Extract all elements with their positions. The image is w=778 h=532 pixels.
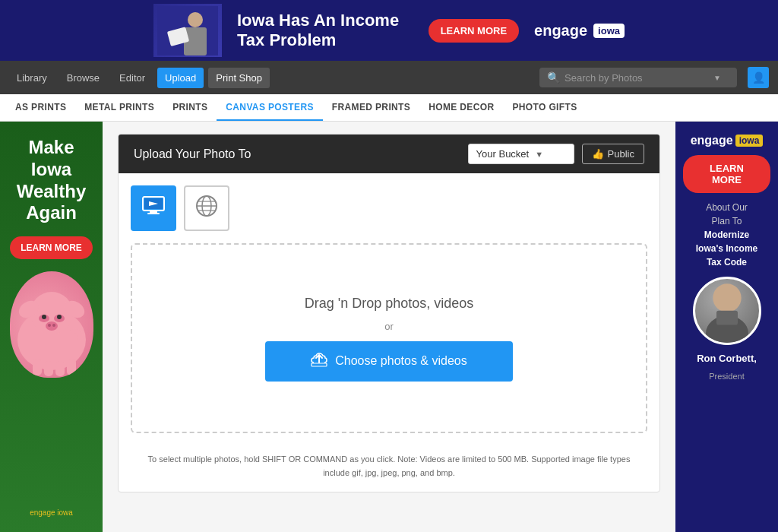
nav-upload[interactable]: Upload xyxy=(157,68,204,88)
left-ad-banner: Make Iowa Wealthy Again LEARN MORE xyxy=(0,122,103,532)
choose-label: Choose photos & videos xyxy=(335,354,466,368)
svg-rect-29 xyxy=(312,363,327,366)
person-image xyxy=(693,277,761,345)
bucket-selector: Your Bucket ▼ 👍 Public xyxy=(468,144,644,164)
choose-files-button[interactable]: Choose photos & videos xyxy=(265,341,512,382)
search-input[interactable] xyxy=(565,72,709,84)
svg-rect-17 xyxy=(55,361,65,376)
banner-learn-more-button[interactable]: LEARN MORE xyxy=(429,19,519,43)
bucket-dropdown[interactable]: Your Bucket ▼ xyxy=(468,144,574,164)
cat-photo-gifts[interactable]: PHOTO GIFTS xyxy=(503,94,586,121)
cat-home-decor[interactable]: HOME DECOR xyxy=(419,94,503,121)
or-text: or xyxy=(384,321,394,332)
nav-browse[interactable]: Browse xyxy=(59,68,107,88)
svg-point-8 xyxy=(42,315,46,319)
person-name: Ron Corbett, xyxy=(697,353,757,364)
right-ad-banner: engageiowa LEARN MORE About Our Plan To … xyxy=(675,122,778,532)
cat-canvas-posters[interactable]: CANVAS POSTERS xyxy=(217,94,323,121)
left-ad-title: Make Iowa Wealthy Again xyxy=(8,137,95,224)
person-title: President xyxy=(709,372,744,381)
svg-point-11 xyxy=(48,324,51,327)
public-label: Public xyxy=(608,148,634,160)
nav-editor[interactable]: Editor xyxy=(112,68,153,88)
svg-point-30 xyxy=(713,283,741,312)
bucket-label: Your Bucket xyxy=(476,148,530,160)
search-dropdown-arrow[interactable]: ▼ xyxy=(713,74,721,82)
right-learn-more-button[interactable]: LEARN MORE xyxy=(683,155,770,193)
drop-zone[interactable]: Drag 'n Drop photos, videos or Choose ph… xyxy=(131,243,647,433)
banner-text: Iowa Has An Income Tax Problem xyxy=(237,11,413,51)
public-icon: 👍 xyxy=(592,148,604,160)
upload-title: Upload Your Photo To xyxy=(134,147,251,161)
svg-rect-32 xyxy=(716,311,738,325)
user-icon[interactable]: 👤 xyxy=(748,67,769,88)
cat-as-prints[interactable]: AS PRINTS xyxy=(6,94,75,121)
left-ad-brand: engage iowa xyxy=(30,508,73,517)
web-icon xyxy=(194,194,219,223)
public-button[interactable]: 👍 Public xyxy=(582,144,644,164)
instructions-text: To select multiple photos, hold SHIFT OR… xyxy=(148,454,631,477)
computer-icon xyxy=(141,195,166,222)
cat-prints[interactable]: PRINTS xyxy=(163,94,217,121)
category-bar: AS PRINTS METAL PRINTS PRINTS CANVAS POS… xyxy=(0,94,778,122)
upload-sources xyxy=(119,173,659,231)
nav-library[interactable]: Library xyxy=(9,68,55,88)
upload-cloud-icon xyxy=(311,352,327,371)
chevron-down-icon: ▼ xyxy=(535,150,543,159)
svg-point-12 xyxy=(52,324,55,327)
search-bar[interactable]: 🔍 ▼ xyxy=(539,68,737,87)
banner-brand: engageiowa xyxy=(534,22,625,40)
left-ad-learn-more-button[interactable]: LEARN MORE xyxy=(10,236,93,259)
svg-rect-21 xyxy=(147,213,160,214)
cat-framed-prints[interactable]: FRAMED PRINTS xyxy=(323,94,419,121)
banner-image xyxy=(153,4,222,57)
upload-header: Upload Your Photo To Your Bucket ▼ 👍 Pub… xyxy=(119,135,659,173)
svg-rect-15 xyxy=(33,359,42,375)
svg-rect-20 xyxy=(150,211,157,213)
svg-point-10 xyxy=(46,321,58,331)
source-web-button[interactable] xyxy=(184,185,229,231)
source-computer-button[interactable] xyxy=(131,185,176,231)
main-layout: Make Iowa Wealthy Again LEARN MORE xyxy=(0,122,778,532)
drag-drop-text: Drag 'n Drop photos, videos xyxy=(305,296,474,312)
center-content: Upload Your Photo To Your Bucket ▼ 👍 Pub… xyxy=(103,122,675,532)
upload-instructions: To select multiple photos, hold SHIFT OR… xyxy=(119,445,659,492)
right-ad-brand: engageiowa xyxy=(691,134,764,147)
top-banner-ad: Iowa Has An Income Tax Problem LEARN MOR… xyxy=(0,0,778,61)
navbar: Library Browse Editor Upload Print Shop … xyxy=(0,61,778,94)
svg-rect-18 xyxy=(67,359,76,375)
search-icon: 🔍 xyxy=(547,71,560,84)
svg-rect-16 xyxy=(44,361,53,376)
banner-headline: Iowa Has An Income Tax Problem xyxy=(237,11,413,51)
svg-point-9 xyxy=(57,315,62,319)
cat-metal-prints[interactable]: METAL PRINTS xyxy=(75,94,163,121)
nav-print-shop[interactable]: Print Shop xyxy=(208,68,270,88)
upload-panel: Upload Your Photo To Your Bucket ▼ 👍 Pub… xyxy=(118,134,660,492)
svg-point-1 xyxy=(188,12,203,27)
pig-image xyxy=(10,271,93,378)
right-ad-description: About Our Plan To Modernize Iowa's Incom… xyxy=(696,201,758,269)
